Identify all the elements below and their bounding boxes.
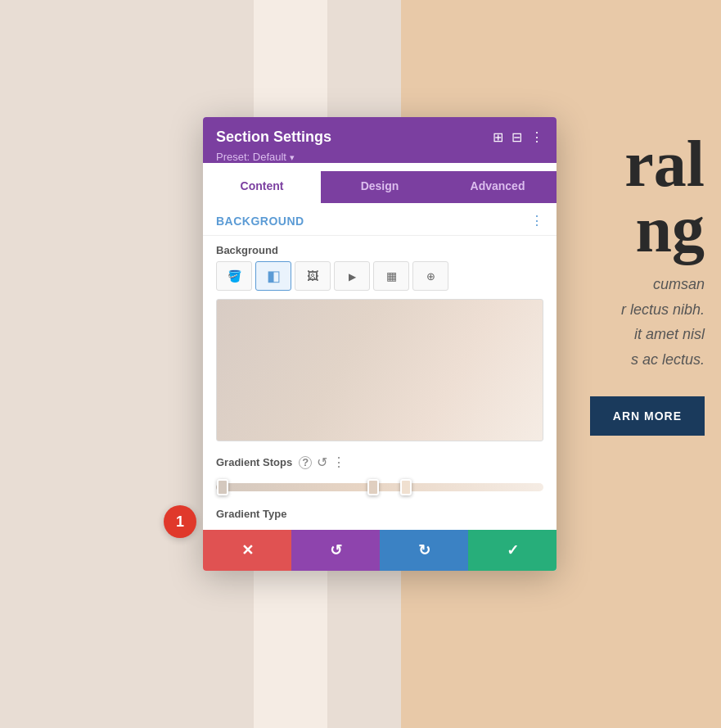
gradient-icon: ◧: [267, 267, 281, 285]
close-icon: ✕: [241, 541, 254, 559]
section-more-icon[interactable]: [530, 213, 543, 228]
modal-header-top: Section Settings: [216, 129, 543, 146]
section-settings-modal: Section Settings Preset: Default Content…: [203, 117, 557, 571]
tab-design[interactable]: Design: [321, 171, 439, 203]
redo-icon: ↻: [418, 541, 430, 559]
expand-icon[interactable]: [493, 129, 503, 145]
map-icon: ⊕: [426, 270, 435, 283]
bg-type-pattern[interactable]: ▦: [373, 261, 409, 291]
modal-header: Section Settings Preset: Default: [203, 117, 557, 163]
bg-type-map[interactable]: ⊕: [412, 261, 448, 291]
gradient-stops-row: Gradient Stops: [203, 450, 557, 473]
help-icon[interactable]: [299, 456, 312, 469]
bg-type-image[interactable]: [295, 261, 331, 291]
background-section-header: Background: [203, 203, 557, 236]
tab-content[interactable]: Content: [203, 171, 321, 203]
gradient-stop-2[interactable]: [367, 479, 379, 495]
pattern-icon: ▦: [386, 269, 397, 283]
gradient-stop-1[interactable]: [217, 479, 228, 495]
section-header-title: Background: [216, 215, 304, 228]
more-icon[interactable]: [332, 454, 345, 470]
slider-track: [216, 483, 543, 491]
more-options-icon[interactable]: [530, 129, 543, 145]
modal-footer: ✕ ↺ ↻ ✓: [203, 530, 557, 571]
bg-type-color[interactable]: [216, 261, 252, 291]
step-badge: 1: [164, 505, 196, 538]
modal-header-icons: [493, 129, 543, 145]
bg-type-selector: ◧ ▦ ⊕: [203, 261, 557, 299]
modal-title: Section Settings: [216, 129, 331, 146]
undo-button[interactable]: ↺: [291, 530, 380, 571]
undo-icon: ↺: [330, 541, 342, 559]
gradient-stops-label: Gradient Stops: [216, 456, 292, 468]
save-button[interactable]: ✓: [468, 530, 557, 571]
redo-button[interactable]: ↻: [380, 530, 468, 571]
image-icon: [307, 269, 318, 283]
reset-icon[interactable]: [317, 454, 327, 470]
gradient-stop-3[interactable]: [400, 479, 412, 495]
gradient-preview: [216, 299, 543, 441]
gradient-stops-controls: [299, 454, 345, 470]
preset-chevron-icon: [290, 151, 295, 163]
modal-body: Background Background ◧ ▦ ⊕: [203, 203, 557, 530]
tab-advanced[interactable]: Advanced: [439, 171, 557, 203]
bg-type-gradient[interactable]: ◧: [255, 261, 291, 291]
gradient-slider[interactable]: [203, 473, 557, 501]
check-icon: ✓: [507, 541, 519, 559]
paint-icon: [228, 269, 241, 283]
bg-type-video[interactable]: [334, 261, 370, 291]
columns-icon[interactable]: [511, 129, 522, 145]
cancel-button[interactable]: ✕: [203, 530, 291, 571]
gradient-type-label: Gradient Type: [203, 501, 557, 530]
tab-bar: Content Design Advanced: [203, 171, 557, 203]
preset-selector[interactable]: Preset: Default: [216, 151, 543, 163]
background-field-label: Background: [203, 236, 557, 261]
video-icon: [349, 269, 356, 283]
